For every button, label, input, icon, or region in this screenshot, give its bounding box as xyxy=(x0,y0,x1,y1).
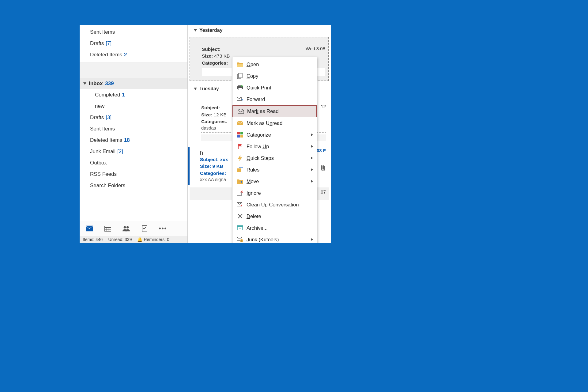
folder-label: Search Folders xyxy=(90,183,125,189)
menu-follow-up[interactable]: Follow Up xyxy=(232,141,317,152)
svg-rect-26 xyxy=(239,228,241,228)
mail-time: :12 xyxy=(319,104,326,109)
folder-count: [2] xyxy=(117,149,123,155)
junk-icon: ! xyxy=(236,237,245,242)
folder-open-icon xyxy=(236,62,245,67)
svg-rect-21 xyxy=(237,168,241,172)
menu-mark-as-read[interactable]: Mark as Read xyxy=(232,105,317,117)
expand-triangle-icon xyxy=(83,82,86,85)
svg-rect-17 xyxy=(237,132,240,134)
submenu-arrow-icon xyxy=(311,180,313,183)
folder-label: Deleted Items xyxy=(90,137,122,143)
folder-label: new xyxy=(95,103,104,109)
nav-bar: ••• xyxy=(80,221,187,236)
svg-point-6 xyxy=(124,226,126,228)
folder-label: Deleted Items xyxy=(90,52,122,58)
svg-point-7 xyxy=(126,226,129,228)
folder-sent-items[interactable]: Sent Items xyxy=(80,26,187,38)
svg-rect-13 xyxy=(238,88,242,90)
folder-label: Completed xyxy=(95,92,120,98)
folder-drafts[interactable]: Drafts [7] xyxy=(80,38,187,49)
bell-icon: 🔔 xyxy=(137,237,142,242)
menu-rules[interactable]: Rules xyxy=(232,164,317,175)
status-unread: Unread: 339 xyxy=(108,237,132,242)
folder-new[interactable]: new xyxy=(80,100,187,112)
envelope-open-icon xyxy=(236,109,245,114)
folder-label: Junk Email xyxy=(90,149,115,155)
svg-rect-19 xyxy=(237,135,240,138)
status-items: Items: 446 xyxy=(83,237,103,242)
folder-sidebar: Sent Items Drafts [7] Deleted Items 2 In… xyxy=(80,25,188,243)
status-bar: Items: 446 Unread: 339 🔔 Reminders: 0 xyxy=(80,236,187,243)
svg-rect-18 xyxy=(240,132,243,134)
menu-clean-up[interactable]: Clean Up Conversation xyxy=(232,199,317,210)
folder-count: 18 xyxy=(124,137,130,143)
delete-icon xyxy=(236,214,245,219)
menu-ignore[interactable]: Ignore xyxy=(232,187,317,199)
folder-completed[interactable]: Completed 1 xyxy=(80,89,187,100)
folder-deleted-items-2[interactable]: Deleted Items 18 xyxy=(80,134,187,146)
svg-rect-20 xyxy=(240,135,243,138)
categorize-icon xyxy=(236,132,245,138)
folder-drafts-2[interactable]: Drafts [3] xyxy=(80,112,187,123)
menu-delete[interactable]: Delete xyxy=(232,210,317,222)
mail-time: .07 xyxy=(319,189,326,194)
folder-count: 1 xyxy=(122,92,125,98)
folder-label: Drafts xyxy=(90,115,104,121)
mail-icon[interactable] xyxy=(86,225,93,232)
menu-copy[interactable]: Copy xyxy=(232,70,317,82)
more-icon[interactable]: ••• xyxy=(159,225,167,232)
copy-icon xyxy=(236,73,245,79)
folder-outbox[interactable]: Outbox xyxy=(80,157,187,168)
menu-categorize[interactable]: Categorize xyxy=(232,129,317,141)
menu-archive[interactable]: Archive... xyxy=(232,222,317,234)
status-reminders: 🔔 Reminders: 0 xyxy=(137,237,169,242)
folder-label: Inbox xyxy=(89,81,103,87)
forward-icon xyxy=(236,97,245,102)
collapse-triangle-icon xyxy=(194,88,197,90)
ignore-icon xyxy=(236,190,245,196)
menu-quick-print[interactable]: Quick Print xyxy=(232,82,317,93)
menu-move[interactable]: Move xyxy=(232,175,317,187)
folder-deleted-items[interactable]: Deleted Items 2 xyxy=(80,49,187,60)
folder-search-folders[interactable]: Search Folders xyxy=(80,180,187,191)
outlook-window: Sent Items Drafts [7] Deleted Items 2 In… xyxy=(80,25,331,243)
submenu-arrow-icon xyxy=(311,145,313,148)
menu-open[interactable]: Open xyxy=(232,58,317,70)
folder-count: 339 xyxy=(105,81,114,87)
menu-junk[interactable]: ! Junk (Kutools) xyxy=(232,234,317,243)
folder-count: [3] xyxy=(106,115,111,121)
attachment-icon xyxy=(320,164,326,171)
folder-label: Drafts xyxy=(90,40,104,47)
printer-icon xyxy=(236,85,245,90)
svg-rect-0 xyxy=(104,226,111,232)
divider xyxy=(80,62,187,62)
rules-icon xyxy=(236,167,245,172)
account-header[interactable] xyxy=(80,63,187,78)
folder-rss-feeds[interactable]: RSS Feeds xyxy=(80,168,187,180)
menu-forward[interactable]: Forward xyxy=(232,93,317,105)
folder-count: [7] xyxy=(106,40,111,47)
flag-icon xyxy=(236,144,245,149)
folder-label: Sent Items xyxy=(90,29,115,35)
folder-junk-email[interactable]: Junk Email [2] xyxy=(80,146,187,157)
folder-sent-items-2[interactable]: Sent Items xyxy=(80,123,187,134)
menu-mark-as-unread[interactable]: Mark as Unread xyxy=(232,117,317,129)
move-folder-icon xyxy=(236,179,245,184)
folder-count: 2 xyxy=(124,52,127,58)
folder-label: RSS Feeds xyxy=(90,171,117,177)
group-label: Yesterday xyxy=(199,28,223,33)
submenu-arrow-icon xyxy=(311,133,313,136)
folder-inbox[interactable]: Inbox 339 xyxy=(80,78,187,89)
envelope-closed-icon xyxy=(236,121,245,125)
menu-quick-steps[interactable]: Quick Steps xyxy=(232,152,317,164)
cleanup-icon xyxy=(236,202,245,207)
calendar-icon[interactable] xyxy=(104,225,111,232)
people-icon[interactable] xyxy=(123,225,130,232)
tasks-icon[interactable] xyxy=(141,225,148,232)
folder-label: Sent Items xyxy=(90,126,115,132)
group-yesterday[interactable]: Yesterday xyxy=(188,25,331,36)
svg-rect-10 xyxy=(239,73,242,78)
svg-text:!: ! xyxy=(241,239,242,242)
archive-icon xyxy=(236,225,245,230)
